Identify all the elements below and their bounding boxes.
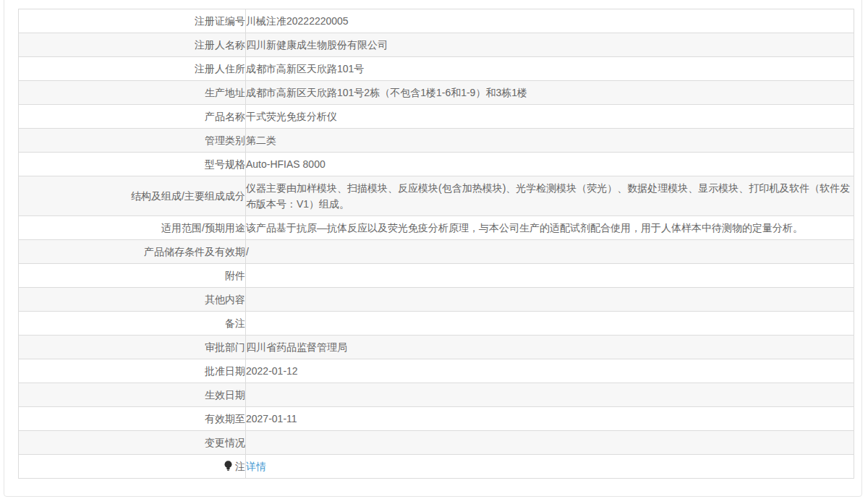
row-label-text: 有效期至	[205, 413, 245, 424]
row-value-text: 2022-01-12	[246, 365, 298, 377]
row-value: 四川新健康成生物股份有限公司	[246, 33, 854, 57]
content-panel: 注册证编号川械注准20222220005注册人名称四川新健康成生物股份有限公司注…	[4, 0, 862, 497]
row-value: 四川省药品监督管理局	[246, 336, 854, 359]
row-label: 注册证编号	[19, 9, 246, 33]
row-label-text: 备注	[225, 317, 245, 329]
row-label: 有效期至	[19, 407, 246, 431]
table-row: 附件	[19, 264, 854, 288]
row-value	[246, 383, 854, 407]
table-row: 备注	[19, 312, 854, 336]
row-label-text: 结构及组成/主要组成成分	[131, 190, 245, 202]
row-value: 成都市高新区天欣路101号2栋（不包含1楼1-6和1-9）和3栋1楼	[246, 81, 854, 105]
table-row: 变更情况	[19, 431, 854, 455]
row-label-text: 变更情况	[205, 437, 245, 448]
row-value: 成都市高新区天欣路101号	[246, 57, 854, 81]
row-value-text: 成都市高新区天欣路101号	[246, 63, 364, 74]
row-value-text: 第二类	[246, 134, 276, 146]
row-label: 产品名称	[19, 105, 246, 129]
row-value-text: 该产品基于抗原—抗体反应以及荧光免疫分析原理，与本公司生产的适配试剂配合使用，用…	[246, 222, 803, 234]
row-label: 结构及组成/主要组成成分	[19, 176, 246, 216]
row-value-text: 仪器主要由加样模块、扫描模块、反应模块(包含加热模块)、光学检测模块（荧光）、数…	[246, 182, 850, 210]
row-label-text: 管理类别	[205, 134, 245, 146]
row-value	[246, 431, 854, 455]
table-row: 注册证编号川械注准20222220005	[19, 9, 854, 33]
bulb-icon	[224, 461, 233, 471]
table-row: 型号规格Auto-HFIAS 8000	[19, 153, 854, 176]
table-row: 生产地址成都市高新区天欣路101号2栋（不包含1楼1-6和1-9）和3栋1楼	[19, 81, 854, 105]
row-label: 变更情况	[19, 431, 246, 455]
row-label: 产品储存条件及有效期	[19, 240, 246, 264]
row-value-text: 川械注准20222220005	[246, 15, 349, 27]
row-value: 详情	[246, 455, 854, 479]
row-value: /	[246, 240, 854, 264]
row-label: 备注	[19, 312, 246, 336]
row-value: 2027-01-11	[246, 407, 854, 431]
table-row: 注册人名称四川新健康成生物股份有限公司	[19, 33, 854, 57]
row-value	[246, 288, 854, 312]
row-label: 审批部门	[19, 336, 246, 359]
row-value: Auto-HFIAS 8000	[246, 153, 854, 176]
table-row: 注册人住所成都市高新区天欣路101号	[19, 57, 854, 81]
row-label: 生效日期	[19, 383, 246, 407]
row-label-text: 生效日期	[205, 389, 245, 401]
row-label-text: 注册人住所	[195, 63, 245, 74]
row-label: 型号规格	[19, 153, 246, 176]
row-value: 仪器主要由加样模块、扫描模块、反应模块(包含加热模块)、光学检测模块（荧光）、数…	[246, 176, 854, 216]
row-label-text: 其他内容	[205, 294, 245, 305]
table-row: 产品储存条件及有效期/	[19, 240, 854, 264]
row-label: 注册人名称	[19, 33, 246, 57]
row-value: 干式荧光免疫分析仪	[246, 105, 854, 129]
table-row: 生效日期	[19, 383, 854, 407]
row-label-text: 型号规格	[205, 158, 245, 170]
row-label-text: 产品储存条件及有效期	[144, 246, 245, 257]
row-label-text: 产品名称	[205, 111, 245, 122]
row-label-text: 注册人名称	[195, 39, 245, 51]
row-value: 该产品基于抗原—抗体反应以及荧光免疫分析原理，与本公司生产的适配试剂配合使用，用…	[246, 216, 854, 240]
row-label: 附件	[19, 264, 246, 288]
table-row: 注详情	[19, 455, 854, 479]
table-row: 适用范围/预期用途该产品基于抗原—抗体反应以及荧光免疫分析原理，与本公司生产的适…	[19, 216, 854, 240]
row-label: 注	[19, 455, 246, 479]
row-value-text: 四川省药品监督管理局	[246, 341, 347, 353]
row-label: 注册人住所	[19, 57, 246, 81]
table-row: 有效期至2027-01-11	[19, 407, 854, 431]
row-label-text: 注册证编号	[195, 15, 245, 27]
row-value	[246, 264, 854, 288]
row-label-text: 附件	[225, 270, 245, 281]
row-label-text: 注	[235, 461, 245, 472]
row-label: 管理类别	[19, 129, 246, 153]
row-value: 2022-01-12	[246, 359, 854, 383]
table-row: 结构及组成/主要组成成分仪器主要由加样模块、扫描模块、反应模块(包含加热模块)、…	[19, 176, 854, 216]
row-value-text: /	[246, 246, 249, 257]
row-label: 适用范围/预期用途	[19, 216, 246, 240]
row-label-text: 生产地址	[205, 87, 245, 98]
table-row: 批准日期2022-01-12	[19, 359, 854, 383]
row-value-text: 2027-01-11	[246, 413, 297, 424]
table-row: 审批部门四川省药品监督管理局	[19, 336, 854, 359]
row-label-text: 批准日期	[205, 365, 245, 377]
table-row: 其他内容	[19, 288, 854, 312]
table-row: 管理类别第二类	[19, 129, 854, 153]
row-label-text: 审批部门	[205, 341, 245, 353]
row-value-text: 成都市高新区天欣路101号2栋（不包含1楼1-6和1-9）和3栋1楼	[246, 87, 527, 98]
row-value	[246, 312, 854, 336]
row-label-text: 适用范围/预期用途	[161, 222, 245, 234]
row-label: 其他内容	[19, 288, 246, 312]
row-value: 第二类	[246, 129, 854, 153]
row-value-text: 干式荧光免疫分析仪	[246, 111, 337, 122]
detail-link[interactable]: 详情	[246, 461, 266, 472]
registration-info-table: 注册证编号川械注准20222220005注册人名称四川新健康成生物股份有限公司注…	[18, 9, 854, 479]
table-row: 产品名称干式荧光免疫分析仪	[19, 105, 854, 129]
row-value-text: Auto-HFIAS 8000	[246, 158, 326, 170]
row-label: 生产地址	[19, 81, 246, 105]
row-value-text: 四川新健康成生物股份有限公司	[246, 39, 388, 51]
row-label: 批准日期	[19, 359, 246, 383]
row-value: 川械注准20222220005	[246, 9, 854, 33]
